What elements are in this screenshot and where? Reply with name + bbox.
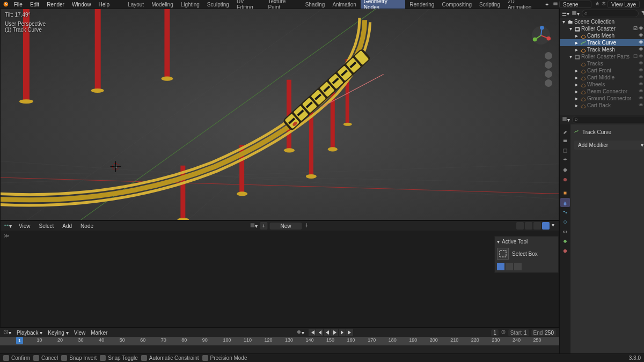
outliner-item[interactable]: Tracks👁📷 xyxy=(560,60,644,67)
scene-pin-icon[interactable] xyxy=(595,1,600,8)
tl-menu-marker[interactable]: Marker xyxy=(91,330,107,336)
menu-window[interactable]: Window xyxy=(69,1,94,8)
outliner-item-label[interactable]: Roller Coaster xyxy=(581,26,631,32)
zoom-icon[interactable] xyxy=(545,52,552,60)
tab-particles[interactable] xyxy=(560,208,570,217)
hide-viewport-icon[interactable]: 👁 xyxy=(638,82,644,87)
workspace-tab-compositing[interactable]: Compositing xyxy=(438,1,475,9)
play-reverse-button[interactable] xyxy=(324,329,331,336)
outliner[interactable]: ▾ 🖿 Scene Collection ▾Roller Coaster☑👁📷▸… xyxy=(560,18,644,115)
props-editor-icon[interactable]: ▾ xyxy=(562,116,570,123)
node-overlay-icon-4[interactable] xyxy=(542,222,550,230)
outliner-item-label[interactable]: Track Mesh xyxy=(587,47,631,53)
prev-key-button[interactable] xyxy=(316,329,324,336)
node-overlay-icon[interactable] xyxy=(516,222,524,230)
select-mode-set[interactable] xyxy=(497,263,504,270)
disclosure-icon[interactable]: ▸ xyxy=(574,102,579,108)
disclosure-icon[interactable]: ▸ xyxy=(574,82,579,87)
menu-edit[interactable]: Edit xyxy=(27,1,42,8)
scene-name-input[interactable] xyxy=(559,1,591,8)
start-frame-field[interactable]: Start1 xyxy=(508,329,529,336)
autokey-icon[interactable]: ▾ xyxy=(296,329,304,336)
select-mode-subtract[interactable] xyxy=(514,263,522,270)
disclosure-icon[interactable]: ▸ xyxy=(574,68,579,73)
workspace-tab-shading[interactable]: Shading xyxy=(302,1,328,9)
tab-data[interactable] xyxy=(560,237,570,246)
disclosure-icon[interactable]: ▸ xyxy=(574,33,579,39)
outliner-item-label[interactable]: Carts Mesh xyxy=(587,33,631,39)
move-view-icon[interactable] xyxy=(545,61,552,69)
end-frame-field[interactable]: End250 xyxy=(531,329,556,336)
tl-menu-keying[interactable]: Keying ▾ xyxy=(48,330,68,336)
play-button[interactable] xyxy=(331,329,339,336)
nav-gizmo[interactable] xyxy=(531,25,551,46)
tab-physics[interactable] xyxy=(560,217,570,226)
node-menu-add[interactable]: Add xyxy=(61,223,74,230)
tab-output[interactable] xyxy=(560,146,570,155)
workspace-tab-sculpting[interactable]: Sculpting xyxy=(204,1,232,9)
hide-viewport-icon[interactable]: 👁 xyxy=(638,33,644,39)
node-overlay-icon-3[interactable] xyxy=(533,222,541,230)
pin-icon[interactable] xyxy=(304,223,310,229)
outliner-item-label[interactable]: Cart Front xyxy=(587,68,631,73)
perspective-toggle-icon[interactable] xyxy=(545,79,552,87)
node-overlay-icon-2[interactable] xyxy=(525,222,532,230)
outliner-item[interactable]: ▸Ground Connector👁📷 xyxy=(560,95,644,102)
outliner-item[interactable]: ▸Carts Mesh👁📷 xyxy=(560,32,644,39)
exclude-checkbox[interactable]: ☑ xyxy=(632,26,638,32)
outliner-item-label[interactable]: Roller Coaster Parts xyxy=(581,54,631,60)
node-menu-view[interactable]: View xyxy=(17,223,32,230)
hide-viewport-icon[interactable]: 👁 xyxy=(638,47,644,53)
hide-viewport-icon[interactable]: 👁 xyxy=(638,54,644,60)
menu-file[interactable]: File xyxy=(11,1,26,8)
tl-menu-view[interactable]: View xyxy=(74,330,86,336)
outliner-item[interactable]: ▸Cart Front👁📷 xyxy=(560,67,644,74)
outliner-item-label[interactable]: Beam Connector xyxy=(587,88,631,94)
playhead[interactable]: 1 xyxy=(16,337,23,344)
menu-help[interactable]: Help xyxy=(96,1,113,8)
jump-end-button[interactable] xyxy=(346,329,354,336)
add-workspace-button[interactable]: + xyxy=(542,1,552,8)
tab-render[interactable] xyxy=(560,136,570,145)
current-frame-field[interactable]: 1 xyxy=(491,329,499,336)
outliner-item-label[interactable]: Cart Back xyxy=(587,102,631,108)
add-modifier-dropdown[interactable]: Add Modifier▾ xyxy=(574,141,644,150)
tab-world[interactable] xyxy=(560,175,570,184)
3d-viewport[interactable]: Tilt: 17.49° User Perspective (1) Track … xyxy=(0,9,559,220)
outliner-item[interactable]: ▸Wheels👁📷 xyxy=(560,81,644,88)
exclude-checkbox[interactable]: ☐ xyxy=(632,54,638,60)
outliner-item-label[interactable]: Track Curve xyxy=(587,40,631,46)
workspace-tab-layout[interactable]: Layout xyxy=(125,1,147,9)
new-nodegroup-button[interactable]: New xyxy=(269,223,302,230)
workspace-tab-rendering[interactable]: Rendering xyxy=(406,1,437,9)
timeline-editor-icon[interactable]: ▾ xyxy=(3,329,11,336)
node-menu-select[interactable]: Select xyxy=(38,223,56,230)
outliner-item-label[interactable]: Ground Connector xyxy=(587,95,631,101)
outliner-item[interactable]: ▾Roller Coaster☑👁📷 xyxy=(560,25,644,32)
disclosure-icon[interactable]: ▸ xyxy=(574,95,579,101)
timeline-scrollbar[interactable] xyxy=(0,345,559,353)
workspace-tab-animation[interactable]: Animation xyxy=(329,1,359,9)
hide-viewport-icon[interactable]: 👁 xyxy=(638,40,644,46)
hide-viewport-icon[interactable]: 👁 xyxy=(638,88,644,94)
display-mode-icon[interactable]: ▾ xyxy=(572,10,580,17)
hide-viewport-icon[interactable]: 👁 xyxy=(638,26,644,32)
new-nodegroup-plus[interactable]: + xyxy=(260,222,267,230)
view-layer-input[interactable] xyxy=(608,1,640,8)
workspace-tab-scripting[interactable]: Scripting xyxy=(476,1,503,9)
outliner-item[interactable]: ▾Roller Coaster Parts☐👁📷 xyxy=(560,53,644,60)
outliner-item[interactable]: ▸Cart Back👁📷 xyxy=(560,102,644,109)
lock-range-icon[interactable] xyxy=(501,329,506,336)
tab-object[interactable] xyxy=(560,188,570,197)
disclosure-icon[interactable]: ▸ xyxy=(574,75,579,80)
tab-constraints[interactable] xyxy=(560,227,570,236)
node-editor-canvas[interactable]: ≫ ▾Active Tool Select Box xyxy=(1,231,559,327)
disclosure-icon[interactable]: ▾ xyxy=(568,26,573,32)
next-key-button[interactable] xyxy=(339,329,346,336)
disclosure-icon[interactable]: ▸ xyxy=(574,47,579,53)
outliner-item-label[interactable]: Cart Middle xyxy=(587,75,631,80)
tl-menu-playback[interactable]: Playback ▾ xyxy=(17,330,42,336)
tab-tool[interactable] xyxy=(560,127,570,136)
tab-modifiers[interactable] xyxy=(560,198,570,207)
outliner-item-label[interactable]: Wheels xyxy=(587,82,631,87)
